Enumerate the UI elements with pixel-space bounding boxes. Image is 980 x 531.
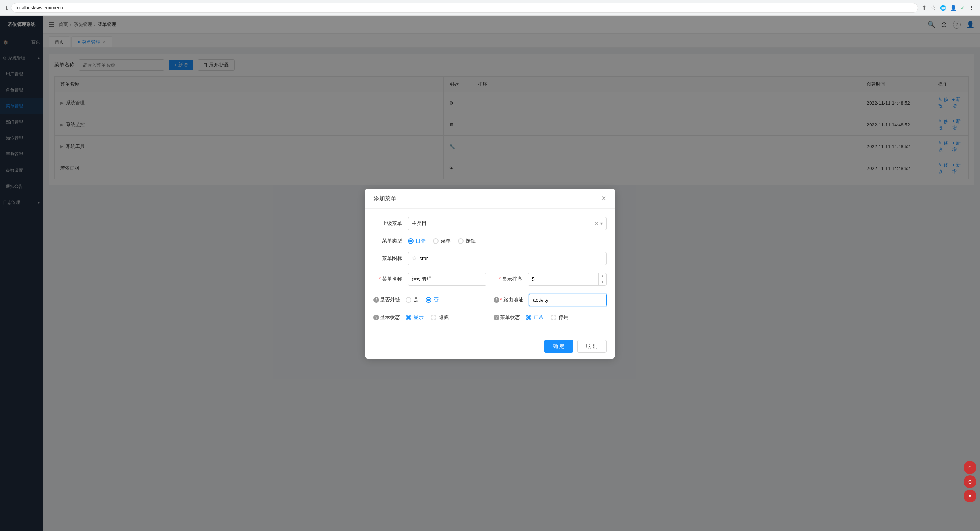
radio-hide-label: 隐藏 (439, 314, 449, 321)
confirm-button[interactable]: 确 定 (544, 340, 573, 353)
address-bar[interactable]: localhost/system/menu (11, 3, 918, 13)
radio-link-yes-label: 是 (414, 297, 418, 303)
clear-icon[interactable]: ✕ (595, 221, 598, 226)
display-status-radio-group: 显示 隐藏 (406, 314, 487, 321)
external-link-group: ? 是否外链 是 否 (374, 293, 487, 306)
menu-type-control: 目录 菜单 按钮 (408, 238, 606, 244)
radio-menu[interactable]: 菜单 (433, 238, 451, 244)
external-link-question-icon[interactable]: ? (374, 297, 379, 303)
route-path-input[interactable] (529, 293, 606, 306)
radio-show[interactable]: 显示 (406, 314, 423, 321)
status-group: ? 显示状态 显示 隐藏 (374, 314, 606, 321)
radio-hide[interactable]: 隐藏 (431, 314, 449, 321)
extension-icon[interactable]: ✓ (961, 5, 965, 11)
route-path-label: 路由地址 (500, 297, 523, 303)
menu-name-group: 菜单名称 (374, 273, 487, 286)
form-row-menu-type: 菜单类型 目录 菜单 按钮 (374, 238, 606, 244)
cancel-button[interactable]: 取 消 (577, 340, 606, 353)
route-path-question-icon[interactable]: ? (493, 297, 499, 303)
display-order-label: 显示排序 (493, 276, 522, 282)
browser-actions: ⬆ ☆ 🌐 👤 ✓ ⋮ (922, 4, 974, 11)
menu-name-label: 菜单名称 (374, 276, 402, 282)
icon-text-input[interactable] (420, 256, 603, 262)
menu-icon-label: 菜单图标 (374, 255, 402, 262)
form-row-status: ? 显示状态 显示 隐藏 (374, 314, 606, 321)
radio-show-circle (406, 315, 411, 320)
spinner-down-btn[interactable]: ▼ (599, 279, 606, 285)
dropdown-icon[interactable]: ▾ (600, 221, 603, 226)
link-route-group: ? 是否外链 是 否 (374, 293, 606, 306)
form-row-menu-icon: 菜单图标 ☆ (374, 252, 606, 265)
float-buttons: C G ▼ (964, 461, 977, 502)
radio-menu-label: 菜单 (441, 238, 451, 244)
float-btn-3[interactable]: ▼ (964, 490, 977, 502)
star-icon: ☆ (412, 255, 417, 262)
radio-normal-label: 正常 (534, 314, 544, 321)
add-menu-modal: 添加菜单 ✕ 上级菜单 主类目 ✕ ▾ 菜单类型 (365, 189, 615, 358)
browser-chrome: ℹ localhost/system/menu ⬆ ☆ 🌐 👤 ✓ ⋮ (0, 0, 980, 16)
display-order-group: 显示排序 ▲ ▼ (493, 273, 606, 286)
radio-link-yes[interactable]: 是 (406, 297, 418, 303)
radio-directory-label: 目录 (416, 238, 426, 244)
float-btn-1[interactable]: C (964, 461, 977, 474)
radio-disabled-circle (551, 315, 557, 320)
modal-header: 添加菜单 ✕ (365, 189, 615, 209)
parent-menu-label: 上级菜单 (374, 220, 402, 227)
profile-icon[interactable]: 👤 (950, 5, 956, 11)
modal-close-button[interactable]: ✕ (601, 195, 606, 202)
browser-menu-icon[interactable]: ⋮ (969, 5, 974, 11)
display-status-question-icon[interactable]: ? (374, 315, 379, 320)
menu-icon-input[interactable]: ☆ (408, 252, 606, 265)
radio-link-yes-circle (406, 297, 411, 303)
bookmark-icon[interactable]: ☆ (931, 4, 936, 11)
menu-type-radio-group: 目录 菜单 按钮 (408, 238, 606, 244)
external-link-radio-group: 是 否 (406, 297, 487, 303)
form-row-link-route: ? 是否外链 是 否 (374, 293, 606, 306)
radio-disabled[interactable]: 停用 (551, 314, 569, 321)
radio-link-no-label: 否 (434, 297, 439, 303)
radio-normal-circle (526, 315, 531, 320)
spinner-up-btn[interactable]: ▲ (599, 273, 606, 280)
form-row-parent-menu: 上级菜单 主类目 ✕ ▾ (374, 217, 606, 230)
form-row-name-order: 菜单名称 显示排序 ▲ ▼ (374, 273, 606, 286)
menu-status-group: ? 菜单状态 正常 停用 (493, 314, 606, 321)
modal-overlay: 添加菜单 ✕ 上级菜单 主类目 ✕ ▾ 菜单类型 (0, 16, 980, 531)
menu-status-question-icon[interactable]: ? (493, 315, 499, 320)
parent-menu-control: 主类目 ✕ ▾ (408, 217, 606, 230)
menu-name-input[interactable] (408, 273, 487, 286)
float-btn-2[interactable]: G (964, 475, 977, 488)
modal-body: 上级菜单 主类目 ✕ ▾ 菜单类型 (365, 209, 615, 334)
radio-show-label: 显示 (414, 314, 423, 321)
radio-link-no-circle (426, 297, 431, 303)
translate-icon[interactable]: 🌐 (940, 5, 946, 11)
menu-status-radio-group: 正常 停用 (526, 314, 606, 321)
parent-menu-select[interactable]: 主类目 ✕ ▾ (408, 217, 606, 230)
menu-status-label: 菜单状态 (500, 314, 520, 321)
display-order-input[interactable]: ▲ ▼ (528, 273, 606, 286)
name-order-group: 菜单名称 显示排序 ▲ ▼ (374, 273, 606, 286)
route-path-group: ? 路由地址 (493, 293, 606, 306)
order-number-input[interactable] (528, 273, 598, 285)
radio-disabled-label: 停用 (558, 314, 569, 321)
radio-button-label: 按钮 (466, 238, 476, 244)
number-spinners: ▲ ▼ (598, 273, 606, 285)
radio-hide-circle (431, 315, 436, 320)
parent-menu-value: 主类目 (412, 220, 427, 227)
menu-icon-control: ☆ (408, 252, 606, 265)
radio-button[interactable]: 按钮 (458, 238, 476, 244)
display-status-label: 显示状态 (380, 314, 400, 321)
modal-footer: 确 定 取 消 (365, 334, 615, 358)
share-icon[interactable]: ⬆ (922, 4, 926, 11)
modal-title: 添加菜单 (374, 195, 396, 203)
menu-type-label: 菜单类型 (374, 238, 402, 244)
info-icon: ℹ (6, 5, 8, 11)
radio-link-no[interactable]: 否 (426, 297, 439, 303)
radio-button-circle (458, 238, 463, 244)
external-link-label: 是否外链 (380, 297, 400, 303)
radio-directory[interactable]: 目录 (408, 238, 426, 244)
radio-menu-circle (433, 238, 439, 244)
radio-normal[interactable]: 正常 (526, 314, 544, 321)
display-status-group: ? 显示状态 显示 隐藏 (374, 314, 487, 321)
radio-directory-circle (408, 238, 414, 244)
